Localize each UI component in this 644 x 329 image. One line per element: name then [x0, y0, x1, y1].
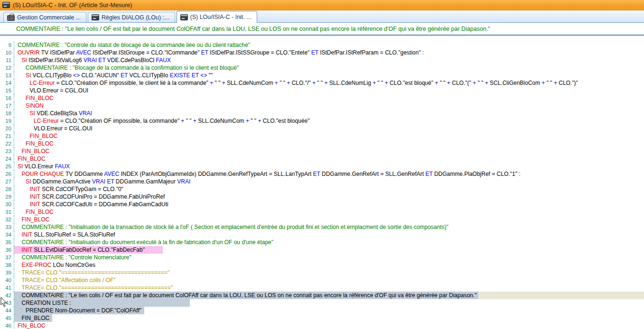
line-number: 20 — [0, 125, 14, 132]
code-token: " " — [545, 80, 554, 86]
code-line[interactable]: 15VLO.Erreur = CGL.OUI — [0, 87, 644, 94]
code-line-content[interactable]: FIN_BLOC — [14, 208, 644, 216]
code-token: VRAI — [79, 110, 92, 117]
code-token: SCR.CdCOFTypGam = CLO."0" — [40, 186, 123, 192]
code-line-content[interactable]: CREATION LISTE : — [14, 299, 644, 307]
code-line-content[interactable]: INIT SCR.CdCOFUniPro = DDGamme.FabUniPro… — [14, 193, 644, 201]
code-token: LC-Erreur — [34, 118, 59, 124]
code-line-content[interactable]: FIN_BLOC — [14, 216, 644, 223]
code-line[interactable]: 44PRENDRE Nom-Document = DOF."ColOFAff" — [0, 307, 644, 314]
code-line-content[interactable]: COMMENTAIRE : "Initialisation du documen… — [14, 238, 644, 246]
code-line[interactable]: 29INIT SCR.CdCOFUniPro = DDGamme.FabUniP… — [0, 193, 644, 201]
code-text: SI IStDefPar.IStValLog6 VRAI ET VDE.CdeP… — [14, 56, 171, 64]
code-line-content[interactable]: VLO.Erreur = CGL.OUI — [14, 87, 644, 94]
code-line[interactable]: 32FIN_BLOC — [0, 216, 644, 223]
code-line-content[interactable]: COMMENTAIRE : "Controle Nomenclature" — [14, 254, 644, 261]
code-line[interactable]: 9COMMENTAIRE : "Controle du statut de bl… — [0, 41, 644, 49]
code-line[interactable]: 12COMMENTAIRE : "Blocage de la commande … — [0, 64, 644, 72]
code-line-content[interactable]: LC-Erreur = CLO."Création OF impossible,… — [14, 117, 644, 125]
code-line-content[interactable]: SI IStDefPar.IStValLog6 VRAI ET VDE.CdeP… — [14, 56, 644, 64]
code-line-content[interactable]: INIT SCR.CdCOFCadUti = DDGamme.FabGamCad… — [14, 201, 644, 208]
code-line-content[interactable]: COMMENTAIRE : "Le lien colis / OF est fa… — [14, 292, 644, 299]
code-line-content[interactable]: INIT SCR.CdCOFTypGam = CLO."0" — [14, 185, 644, 193]
code-line-content[interactable]: TRACE= CLO."Affectation colis / OF" — [14, 276, 644, 284]
code-text: INIT SCR.CdCOFTypGam = CLO."0" — [14, 185, 123, 193]
code-line[interactable]: 36INIT SLL.EvtDiaFabDocRef = CLO."FabDec… — [0, 246, 644, 254]
code-line[interactable]: 46FIN_BLOC — [0, 322, 644, 329]
code-line-content[interactable]: EXE-PROC LOu NomCtrGes — [14, 261, 644, 269]
selected-text: PRENDRE Nom-Document = DOF."ColOFAff" — [14, 307, 144, 314]
window-title-bar[interactable]: (S) LOu/ISIA-C - Init. OF (Article Sur-M… — [0, 0, 644, 10]
tab-gestion-commerciale[interactable]: Gestion Commerciale ... — [3, 12, 86, 22]
code-line[interactable]: 37COMMENTAIRE : "Controle Nomenclature" — [0, 254, 644, 261]
header-comment-bar: COMMENTAIRE : "Le lien colis / OF est fa… — [0, 23, 644, 36]
code-line-content[interactable]: COMMENTAIRE : "Controle du statut de blo… — [14, 41, 644, 49]
code-line-content[interactable]: VLO.Erreur = CGL.OUI — [14, 125, 644, 132]
code-line-content[interactable]: FIN_BLOC — [14, 140, 644, 147]
line-number: 10 — [0, 49, 14, 56]
code-line-content[interactable]: TRACE= CLO."============================… — [14, 284, 644, 292]
code-line[interactable]: 13SI VCL.CLITypBlo <> CLO."AUCUN" ET VCL… — [0, 72, 644, 79]
code-token: POUR CHAQUE — [22, 171, 64, 177]
code-line[interactable]: 39TRACE= CLO."==========================… — [0, 269, 644, 276]
code-token: SLL.CdeNumCom — [196, 118, 246, 124]
code-token: SLL.EvtDiaFabDocRef = CLO."FabDecFab" — [32, 247, 145, 253]
code-line[interactable]: 11SI IStDefPar.IStValLog6 VRAI ET VDE.Cd… — [0, 56, 644, 64]
code-line[interactable]: 31FIN_BLOC — [0, 208, 644, 216]
code-line[interactable]: 28INIT SCR.CdCOFTypGam = CLO."0" — [0, 185, 644, 193]
code-line[interactable]: 10OUVRIR TV IStDefPar AVEC IStDefPar.ISt… — [0, 49, 644, 56]
tab-regles-dialog[interactable]: Règles DIALOG (LOu) :... — [88, 12, 175, 22]
code-line[interactable]: 35COMMENTAIRE : "Initialisation du docum… — [0, 238, 644, 246]
code-line-content[interactable]: SI VLO.Erreur FAUX — [14, 163, 644, 170]
code-token: ET — [425, 171, 432, 177]
code-line-content[interactable]: LC-Erreur = CLO."Création OF impossible,… — [14, 79, 644, 87]
code-line[interactable]: 45FIN_BLOC — [0, 314, 644, 322]
line-number: 12 — [0, 64, 14, 72]
code-line-content[interactable]: SI VDE.CdeBlqSta VRAI — [14, 110, 644, 117]
code-line[interactable]: 38EXE-PROC LOu NomCtrGes — [0, 261, 644, 269]
code-line[interactable]: 24FIN_BLOC — [0, 155, 644, 163]
code-line[interactable]: 19LC-Erreur = CLO."Création OF impossibl… — [0, 117, 644, 125]
code-line-content[interactable]: FIN_BLOC — [14, 94, 644, 102]
code-line[interactable]: 16FIN_BLOC — [0, 94, 644, 102]
code-text: POUR CHAQUE TV DDGamme AVEC INDEX (ParAr… — [14, 170, 521, 178]
code-line[interactable]: 30INIT SCR.CdCOFCadUti = DDGamme.FabGamC… — [0, 201, 644, 208]
code-line[interactable]: 22FIN_BLOC — [0, 140, 644, 147]
code-line-content[interactable]: SI VCL.CLITypBlo <> CLO."AUCUN" ET VCL.C… — [14, 72, 644, 79]
code-line-content[interactable]: SINON — [14, 102, 644, 110]
code-line-content[interactable]: FIN_BLOC — [14, 132, 644, 140]
code-line[interactable]: 33COMMENTAIRE : "Initialisation de la tr… — [0, 223, 644, 231]
code-line[interactable]: 20VLO.Erreur = CGL.OUI — [0, 125, 644, 132]
code-line-content[interactable]: FIN_BLOC — [14, 147, 644, 155]
code-token: ET — [311, 49, 318, 56]
code-line-content[interactable]: FIN_BLOC — [14, 322, 644, 329]
code-line[interactable]: 21FIN_BLOC — [0, 132, 644, 140]
code-line-content[interactable]: COMMENTAIRE : "Initialisation de la tran… — [14, 223, 644, 231]
code-line[interactable]: 27SI DDGamme.GamActive VRAI ET DDGamme.G… — [0, 178, 644, 185]
code-line-content[interactable]: TRACE= CLO."============================… — [14, 269, 644, 276]
code-line[interactable]: 41TRACE= CLO."==========================… — [0, 284, 644, 292]
code-line-content[interactable]: COMMENTAIRE : "Blocage de la commande à … — [14, 64, 644, 72]
code-line-content[interactable]: SI DDGamme.GamActive VRAI ET DDGamme.Gam… — [14, 178, 644, 185]
code-line-content[interactable]: FIN_BLOC — [14, 155, 644, 163]
code-line[interactable]: 40TRACE= CLO."Affectation colis / OF" — [0, 276, 644, 284]
code-line-content[interactable]: POUR CHAQUE TV DDGamme AVEC INDEX (ParAr… — [14, 170, 644, 178]
code-line[interactable]: 23FIN_BLOC — [0, 147, 644, 155]
code-line-content[interactable]: INIT SLL.StoFluRef = SLA.StoFluRef — [14, 231, 644, 238]
code-line[interactable]: 25SI VLO.Erreur FAUX — [0, 163, 644, 170]
code-line-content[interactable]: OUVRIR TV IStDefPar AVEC IStDefPar.IStGr… — [14, 49, 644, 56]
code-line[interactable]: 18SI VDE.CdeBlqSta VRAI — [0, 110, 644, 117]
code-line-content[interactable]: FIN_BLOC — [14, 314, 644, 322]
code-line-content[interactable]: PRENDRE Nom-Document = DOF."ColOFAff" — [14, 307, 644, 314]
code-line-content[interactable]: INIT SLL.EvtDiaFabDocRef = CLO."FabDecFa… — [14, 246, 644, 254]
code-line[interactable]: 14LC-Erreur = CLO."Création OF impossibl… — [0, 79, 644, 87]
tab-lou-isia-c-active[interactable]: (S) LOu/ISIA-C - Init. ... — [177, 11, 257, 23]
code-line[interactable]: 42COMMENTAIRE : "Le lien colis / OF est … — [0, 292, 644, 299]
code-line[interactable]: 34INIT SLL.StoFluRef = SLA.StoFluRef — [0, 231, 644, 238]
code-line[interactable]: 43CREATION LISTE : — [0, 299, 644, 307]
code-line[interactable]: 17SINON — [0, 102, 644, 110]
line-number: 41 — [0, 284, 14, 292]
code-area[interactable]: 9COMMENTAIRE : "Controle du statut de bl… — [0, 41, 644, 329]
code-line[interactable]: 26POUR CHAQUE TV DDGamme AVEC INDEX (Par… — [0, 170, 644, 178]
line-number: 21 — [0, 132, 14, 140]
